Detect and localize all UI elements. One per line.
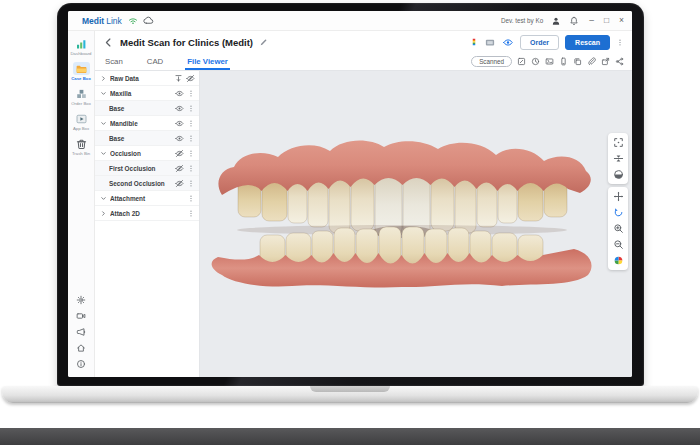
tab-scan[interactable]: Scan	[105, 53, 123, 70]
tree-row-label: Occlusion	[110, 150, 172, 157]
tree-row-label: Attach 2D	[110, 210, 184, 217]
tree-row-label: First Occlusion	[109, 165, 172, 172]
info-icon[interactable]	[76, 359, 86, 369]
kebab-menu-icon[interactable]	[187, 209, 195, 218]
kebab-menu-icon[interactable]	[187, 134, 195, 143]
collapse-all-icon[interactable]	[174, 74, 183, 83]
tree-row-attach-2d[interactable]: Attach 2D	[95, 206, 199, 221]
paperclip-icon[interactable]	[587, 57, 596, 66]
eye-icon[interactable]	[175, 104, 184, 113]
eye-off-icon[interactable]	[175, 149, 184, 158]
eye-off-icon[interactable]	[175, 179, 184, 188]
phone-icon[interactable]	[559, 57, 568, 66]
scanned-dropdown[interactable]: Scanned	[471, 56, 512, 67]
tree-row-label: Base	[109, 135, 172, 142]
kebab-menu-icon[interactable]	[187, 89, 195, 98]
tree-row-mandible[interactable]: Mandible	[95, 116, 199, 131]
case-title: Medit Scan for Clinics (Medit)	[120, 37, 253, 48]
eye-icon[interactable]	[175, 119, 184, 128]
tree-row-second-occlusion[interactable]: Second Occlusion	[95, 176, 199, 191]
bell-icon[interactable]	[569, 16, 579, 26]
tab-bar: Scan CAD File Viewer Scanned	[95, 53, 632, 71]
kebab-menu-icon[interactable]	[187, 104, 195, 113]
eye-blue-icon[interactable]	[502, 37, 514, 48]
tree-row-attachment[interactable]: Attachment	[95, 191, 199, 206]
history-clock-icon[interactable]	[531, 57, 540, 66]
tree-row-mandible-base[interactable]: Base	[95, 131, 199, 146]
fit-screen-icon	[613, 137, 624, 148]
rotate-button[interactable]	[611, 206, 625, 219]
close-button[interactable]: ×	[619, 16, 624, 25]
tree-row-first-occlusion[interactable]: First Occlusion	[95, 161, 199, 176]
share-icon[interactable]	[615, 57, 624, 66]
sidebar-item-case-box[interactable]: Case Box	[68, 59, 94, 84]
tree-row-occlusion[interactable]: Occlusion	[95, 146, 199, 161]
dental-model-3d[interactable]	[202, 131, 602, 295]
note-icon[interactable]	[517, 57, 526, 66]
tab-cad[interactable]: CAD	[147, 53, 163, 70]
sidebar-item-trash-bin[interactable]: Trash Bin	[68, 134, 94, 159]
colorbar-icon[interactable]	[470, 36, 478, 48]
kebab-menu-icon[interactable]	[616, 38, 624, 47]
back-button[interactable]	[103, 37, 114, 48]
kebab-menu-icon[interactable]	[187, 149, 195, 158]
cloud-icon[interactable]	[143, 15, 154, 26]
tree-row-maxilla[interactable]: Maxilla	[95, 86, 199, 101]
case-box-folder-icon	[75, 63, 88, 75]
gear-icon[interactable]	[76, 295, 86, 305]
pan-button[interactable]	[611, 190, 625, 203]
zoom-in-button[interactable]	[611, 222, 625, 235]
tree-row-label: Raw Data	[110, 75, 171, 82]
eye-off-icon[interactable]	[186, 74, 195, 83]
tab-label: File Viewer	[187, 57, 228, 66]
color-sphere-button[interactable]	[611, 254, 625, 267]
laptop-hinge-notch	[310, 386, 390, 392]
eye-off-icon[interactable]	[175, 164, 184, 173]
chevron-down-icon[interactable]	[100, 120, 107, 127]
tree-row-raw-data[interactable]: Raw Data	[95, 71, 199, 86]
user-account-icon[interactable]	[551, 16, 561, 26]
display-icon[interactable]	[484, 37, 496, 48]
sidebar-item-app-box[interactable]: App Box	[68, 109, 94, 134]
edit-title-pencil-icon[interactable]	[259, 38, 268, 47]
maximize-button[interactable]: □	[604, 16, 609, 25]
eye-icon[interactable]	[175, 134, 184, 143]
copy-icon[interactable]	[573, 57, 582, 66]
chevron-right-icon[interactable]	[100, 210, 107, 217]
tree-row-label: Maxilla	[110, 90, 172, 97]
chevron-down-icon[interactable]	[100, 195, 107, 202]
rescan-button[interactable]: Rescan	[565, 35, 610, 50]
sidebar-item-order-box[interactable]: Order Box	[68, 84, 94, 109]
home-icon[interactable]	[76, 343, 86, 353]
export-icon[interactable]	[601, 57, 610, 66]
megaphone-icon[interactable]	[76, 327, 86, 337]
align-view-button[interactable]	[611, 152, 625, 165]
viewport-3d[interactable]	[200, 71, 632, 377]
hemisphere-button[interactable]	[611, 168, 625, 181]
order-button[interactable]: Order	[520, 35, 559, 50]
chevron-down-icon[interactable]	[100, 150, 107, 157]
user-label: Dev. test by Ko	[501, 17, 543, 24]
chevron-down-icon[interactable]	[100, 90, 107, 97]
trash-bin-icon	[75, 138, 88, 150]
zoom-out-button[interactable]	[611, 238, 625, 251]
eye-icon[interactable]	[175, 89, 184, 98]
sidebar-item-dashboard[interactable]: Dashboard	[68, 34, 94, 59]
kebab-menu-icon[interactable]	[187, 164, 195, 173]
sidebar-item-label: Order Box	[71, 101, 91, 106]
chevron-right-icon[interactable]	[100, 75, 107, 82]
tab-label: CAD	[147, 57, 163, 66]
case-header: Medit Scan for Clinics (Medit) Order Res…	[95, 31, 632, 53]
wifi-icon[interactable]	[128, 16, 138, 26]
tree-row-maxilla-base[interactable]: Base	[95, 101, 199, 116]
app-box-icon	[75, 113, 88, 125]
minimize-button[interactable]: –	[589, 16, 594, 25]
camera-icon[interactable]	[76, 311, 86, 321]
kebab-menu-icon[interactable]	[187, 119, 195, 128]
rotate-icon	[613, 207, 624, 218]
fit-screen-button[interactable]	[611, 136, 625, 149]
kebab-menu-icon[interactable]	[187, 179, 195, 188]
image-card-icon[interactable]	[545, 57, 554, 66]
kebab-menu-icon[interactable]	[187, 194, 195, 203]
tab-file-viewer[interactable]: File Viewer	[187, 53, 228, 70]
